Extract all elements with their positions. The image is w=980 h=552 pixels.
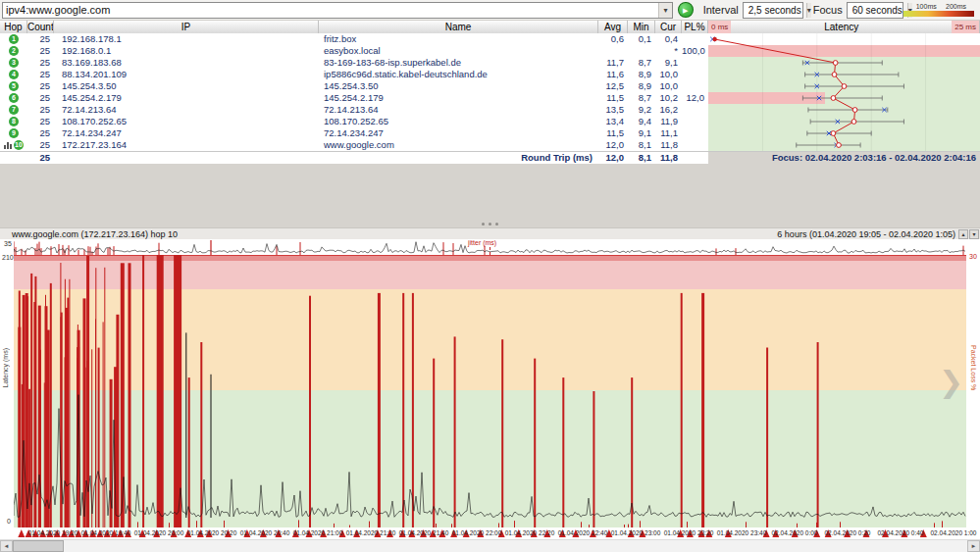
cur-cell: * bbox=[655, 45, 682, 57]
interval-label: Interval bbox=[703, 4, 739, 16]
header-min[interactable]: Min bbox=[628, 21, 655, 33]
ip-cell: 83.169.183.68 bbox=[54, 57, 319, 69]
name-cell: fritz.box bbox=[319, 33, 598, 45]
name-cell: www.google.com bbox=[319, 139, 598, 151]
packet-loss-cell bbox=[682, 104, 708, 116]
min-cell: 9,4 bbox=[628, 116, 655, 127]
avg-cell: 11,5 bbox=[598, 127, 628, 139]
latency-scale-right: 25 ms bbox=[952, 21, 979, 33]
hop-number-badge: 4 bbox=[9, 70, 19, 79]
packet-loss-cell: 100,0 bbox=[682, 45, 708, 57]
hop-number-badge: 10 bbox=[14, 140, 24, 150]
time-tick-label: 01.04.2020 20:20 bbox=[185, 529, 238, 536]
header-ip[interactable]: IP bbox=[54, 21, 319, 33]
interval-value: 2,5 seconds bbox=[744, 3, 806, 18]
packet-loss-cell bbox=[682, 80, 708, 92]
min-cell: 8,7 bbox=[628, 57, 655, 69]
ip-cell: 145.254.3.50 bbox=[54, 80, 319, 92]
cur-cell: 9,1 bbox=[655, 57, 682, 69]
min-cell: 8,7 bbox=[628, 92, 655, 104]
cur-cell: 11,9 bbox=[655, 116, 682, 127]
hop-cell: 8 bbox=[0, 116, 27, 127]
count-cell: 25 bbox=[27, 33, 54, 45]
count-cell: 25 bbox=[27, 45, 54, 57]
latency-axis-label: Latency (ms) bbox=[2, 348, 9, 387]
cur-cell: 10,0 bbox=[655, 80, 682, 92]
hop-number-badge: 7 bbox=[9, 105, 19, 115]
range-spin-down-icon[interactable]: ▾ bbox=[969, 229, 979, 239]
avg-cell: 11,7 bbox=[598, 57, 628, 69]
jitter-marker-line bbox=[490, 247, 490, 255]
scroll-left-icon[interactable]: ◄ bbox=[0, 540, 13, 552]
round-trip-row[interactable]: 25 Round Trip (ms) 12,0 8,1 11,8 Focus: … bbox=[0, 151, 980, 165]
hop-number-badge: 5 bbox=[9, 81, 19, 91]
y-min-label: 0 bbox=[7, 518, 11, 525]
start-trace-button[interactable]: ▶ bbox=[678, 2, 694, 18]
time-tick-label: 01.04.2020 21:20 bbox=[344, 529, 397, 536]
hop-cell: 10 bbox=[0, 139, 27, 151]
avg-cell: 12,5 bbox=[598, 80, 628, 92]
count-cell: 25 bbox=[27, 80, 54, 92]
min-cell: 8,9 bbox=[628, 80, 655, 92]
min-cell: 9,1 bbox=[628, 127, 655, 139]
header-packet-loss[interactable]: PL% bbox=[682, 21, 708, 33]
latency-overview-graph[interactable] bbox=[708, 33, 980, 151]
time-tick-label: 01.04.2020 22:20 bbox=[503, 529, 556, 536]
name-cell: 72.14.213.64 bbox=[319, 104, 598, 116]
name-cell: easybox.local bbox=[319, 45, 598, 57]
legend-200ms-label: 200ms bbox=[946, 3, 966, 10]
scroll-right-icon[interactable]: ► bbox=[967, 540, 980, 552]
hop-number-badge: 8 bbox=[9, 117, 19, 126]
cur-cell: 16,2 bbox=[655, 104, 682, 116]
ip-cell: 192.168.178.1 bbox=[54, 33, 319, 45]
ip-cell: 108.170.252.65 bbox=[54, 116, 319, 127]
packet-loss-cell bbox=[682, 33, 708, 45]
hop-cell: 7 bbox=[0, 104, 27, 116]
jitter-max-label: 35 bbox=[4, 240, 12, 247]
time-tick-label: 01.04.2020 19:40 bbox=[79, 529, 132, 536]
chevron-down-icon[interactable]: ▾ bbox=[658, 3, 672, 18]
ip-cell: 172.217.23.164 bbox=[54, 139, 319, 151]
timegraph-chart[interactable] bbox=[14, 255, 966, 527]
time-tick-label: 01.04.2020 23:20 bbox=[662, 529, 715, 536]
scrollbar-thumb[interactable] bbox=[13, 540, 64, 552]
hop-number-badge: 1 bbox=[9, 34, 19, 44]
hop-number-badge: 3 bbox=[9, 58, 19, 68]
header-avg[interactable]: Avg bbox=[598, 21, 628, 33]
target-input[interactable] bbox=[3, 3, 658, 18]
min-cell bbox=[628, 45, 655, 57]
focus-select[interactable]: 60 seconds ▾ bbox=[847, 2, 903, 19]
header-hop[interactable]: Hop bbox=[0, 21, 27, 33]
count-cell: 25 bbox=[27, 139, 54, 151]
jitter-label: jitter (ms) bbox=[468, 239, 496, 246]
splitter-handle-icon[interactable] bbox=[0, 223, 980, 226]
scroll-peek-arrow-icon[interactable]: ❯ bbox=[939, 365, 963, 399]
horizontal-scrollbar[interactable]: ◄ ► bbox=[0, 539, 980, 552]
count-cell: 25 bbox=[27, 116, 54, 127]
header-cur[interactable]: Cur bbox=[655, 21, 682, 33]
timegraph-range[interactable]: 6 hours (01.04.2020 19:05 - 02.04.2020 1… bbox=[777, 229, 955, 239]
cur-cell: 10,0 bbox=[655, 69, 682, 80]
name-cell: ip5886c96d.static.kabel-deutschland.de bbox=[319, 69, 598, 80]
hop-cell: 5 bbox=[0, 80, 27, 92]
hop-number-badge: 9 bbox=[9, 128, 19, 138]
ip-cell: 72.14.213.64 bbox=[54, 104, 319, 116]
legend-100ms-label: 100ms bbox=[916, 3, 937, 10]
interval-select[interactable]: 2,5 seconds ▾ bbox=[743, 2, 803, 19]
time-tick-label: 01.04.2020 23:40 bbox=[715, 529, 768, 536]
cur-cell: 11,1 bbox=[655, 127, 682, 139]
header-name[interactable]: Name bbox=[319, 21, 598, 33]
time-tick-label: 02.04.2020 0:40 bbox=[874, 529, 927, 536]
range-spin-up-icon[interactable]: ▴ bbox=[958, 229, 968, 239]
hop-cell: 1 bbox=[0, 33, 27, 45]
pane-divider[interactable] bbox=[0, 164, 980, 227]
header-count[interactable]: Count bbox=[27, 21, 54, 33]
time-tick-label: 01.04.2020 21:40 bbox=[397, 529, 450, 536]
time-tick-label: 01.04.2020 23:00 bbox=[609, 529, 662, 536]
time-tick-label: 01.04.2020 22:40 bbox=[556, 529, 609, 536]
avg-cell bbox=[598, 45, 628, 57]
name-cell: 72.14.234.247 bbox=[319, 127, 598, 139]
header-latency[interactable]: 0 ms Latency 25 ms bbox=[708, 21, 980, 33]
time-tick-label: 01.04.2020 19:20 bbox=[26, 529, 79, 536]
time-tick-label: 01.04.2020 20:00 bbox=[132, 529, 185, 536]
